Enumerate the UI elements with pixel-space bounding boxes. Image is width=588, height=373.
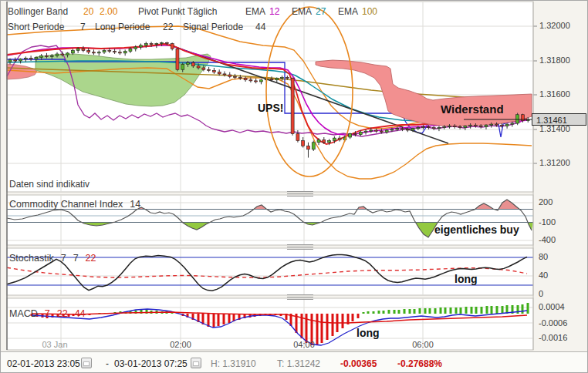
time-tick-label: 06:00 xyxy=(412,340,434,349)
cci-buy-annotation: eigentliches buy xyxy=(434,223,519,236)
price-tick-label: 1.31400 xyxy=(539,124,570,133)
long-periode-value[interactable]: 22 xyxy=(163,22,173,32)
macd-tick-label: -0.0016 xyxy=(539,333,567,342)
pivot-legend-label[interactable]: Pivot Punkt Täglich xyxy=(138,6,218,17)
cci-title-text: Commodity Channel Index xyxy=(9,199,123,210)
cci-panel-title[interactable]: Commodity Channel Index14 xyxy=(9,199,147,210)
panel-resize-grip[interactable] xyxy=(287,294,313,300)
stoch-p2: 7 xyxy=(73,253,79,264)
range-from-value[interactable]: 02-01-2013 23:05 xyxy=(7,358,80,369)
change-absolute-value: -0.00365 xyxy=(340,358,377,369)
macd-tick-label: -0.0006 xyxy=(539,318,567,328)
bollinger-period-value[interactable]: 20 xyxy=(83,6,93,17)
panel-resize-grip[interactable] xyxy=(287,191,313,197)
macd-tick-label: 0.0004 xyxy=(539,302,565,311)
signal-periode-label[interactable]: Signal Periode xyxy=(183,22,243,32)
price-tick-label: 1.31800 xyxy=(539,55,570,65)
range-separator: - xyxy=(106,358,109,369)
time-tick-label: 04:00 xyxy=(293,340,315,349)
price-tick-label: 1.32000 xyxy=(539,21,570,30)
trading-chart-window: { "colors":{ "page_bg":"#f5f3ee","panel_… xyxy=(0,0,588,373)
stoch-panel-title[interactable]: Stochastik7722 xyxy=(9,253,103,264)
cci-tick-label: 200 xyxy=(539,197,553,207)
short-periode-value[interactable]: 7 xyxy=(80,22,86,32)
stoch-p1: 7 xyxy=(61,253,66,264)
range-low-value: T: 1.31242 xyxy=(277,358,320,369)
long-periode-label[interactable]: Long Periode xyxy=(95,22,150,32)
short-periode-label[interactable]: Short Periode xyxy=(8,22,64,32)
price-tick-label: 1.31600 xyxy=(539,89,570,99)
time-tick-label: 03 Jan xyxy=(42,340,67,349)
stoch-title-text: Stochastik xyxy=(9,253,54,264)
stoch-p3: 22 xyxy=(86,253,96,264)
time-tick-label: 02:00 xyxy=(170,340,191,349)
bollinger-deviation-value[interactable]: 2.00 xyxy=(100,6,117,17)
ema100-legend-label[interactable]: EMA xyxy=(338,6,358,17)
stoch-tick-label: 40 xyxy=(539,271,548,280)
ema12-value[interactable]: 12 xyxy=(269,6,279,17)
macd-title-text: MACD xyxy=(9,308,38,319)
bollinger-legend-label[interactable]: Bollinger Band xyxy=(8,6,68,17)
range-high-value: H: 1.31910 xyxy=(211,358,256,369)
price-tick-label: 1.31200 xyxy=(539,158,570,167)
stoch-tick-label: 80 xyxy=(539,252,548,261)
stoch-long-annotation: long xyxy=(455,273,478,285)
range-to-value[interactable]: 03-01-2013 07:25 xyxy=(114,358,188,369)
calendar-icon[interactable] xyxy=(191,358,201,368)
ema27-value[interactable]: 27 xyxy=(316,6,326,17)
macd-p1: 7 xyxy=(45,308,50,319)
macd-panel-title[interactable]: MACD72244 xyxy=(9,308,93,319)
ups-annotation: UPS! xyxy=(258,102,283,114)
widerstand-annotation: Widerstand xyxy=(441,102,504,116)
cci-tick-label: -400 xyxy=(539,235,556,244)
ema27-legend-label[interactable]: EMA xyxy=(292,6,312,17)
macd-p3: 44 xyxy=(75,308,86,319)
macd-long-annotation: long xyxy=(357,327,380,339)
stoch-tick-label: 0 xyxy=(539,289,543,298)
cci-param: 14 xyxy=(130,199,140,210)
cci-tick-label: -100 xyxy=(539,217,556,227)
indicative-data-note: Daten sind indikativ xyxy=(9,179,90,190)
status-bar: 02-01-2013 23:05 - 03-01-2013 07:25 H: 1… xyxy=(1,351,588,373)
ema100-value[interactable]: 100 xyxy=(362,6,377,17)
ema12-legend-label[interactable]: EMA xyxy=(245,6,265,17)
panel-resize-grip[interactable] xyxy=(287,244,313,250)
calendar-icon[interactable] xyxy=(81,358,92,368)
change-percent-value: -0.27688% xyxy=(397,358,442,369)
macd-p2: 22 xyxy=(57,308,68,319)
signal-periode-value[interactable]: 44 xyxy=(255,22,265,32)
